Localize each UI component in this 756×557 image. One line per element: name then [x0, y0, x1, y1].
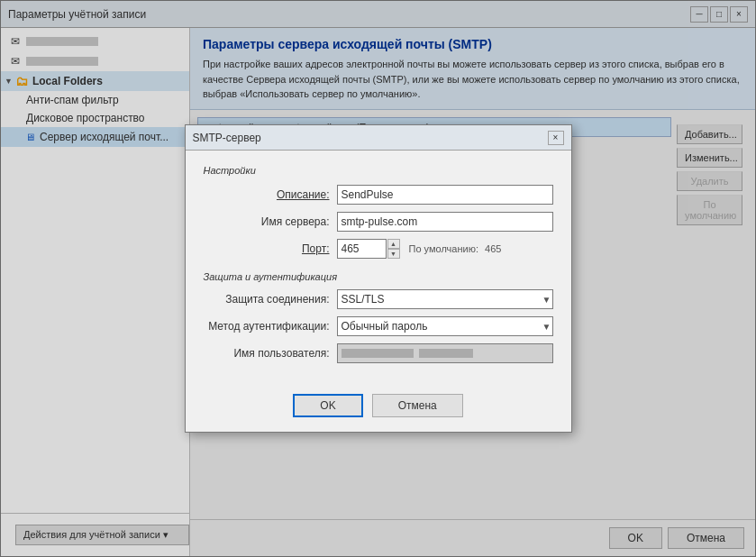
modal-overlay: SMTP-сервер × Настройки Описание: Имя се…	[0, 0, 756, 557]
server-name-input[interactable]	[337, 212, 553, 232]
default-port-value: 465	[485, 243, 501, 254]
port-input[interactable]	[337, 239, 387, 259]
settings-section-label: Настройки	[204, 165, 553, 176]
description-row: Описание:	[204, 185, 553, 205]
smtp-modal: SMTP-сервер × Настройки Описание: Имя се…	[185, 124, 572, 433]
security-section-label: Защита и аутентификация	[204, 271, 553, 282]
modal-username-label: Имя пользователя:	[204, 347, 330, 360]
username-row: Имя пользователя:	[204, 343, 553, 363]
connection-security-row: Защита соединения: SSL/TLS STARTTLS Нет …	[204, 289, 553, 309]
modal-footer: OK Отмена	[186, 385, 571, 432]
auth-method-select-wrapper: Обычный пароль OAuth2 Нет ▼	[337, 316, 553, 336]
username-input-area[interactable]	[337, 343, 553, 363]
connection-security-label: Защита соединения:	[204, 293, 330, 306]
connection-security-select-wrapper: SSL/TLS STARTTLS Нет ▼	[337, 289, 553, 309]
port-controls: ▲ ▼ По умолчанию: 465	[337, 239, 502, 259]
default-port-text: По умолчанию:	[409, 243, 478, 254]
description-input[interactable]	[337, 185, 553, 205]
port-row: Порт: ▲ ▼ По умолчанию: 465	[204, 239, 553, 259]
auth-method-row: Метод аутентификации: Обычный пароль OAu…	[204, 316, 553, 336]
auth-method-select[interactable]: Обычный пароль OAuth2 Нет	[337, 316, 553, 336]
description-label: Описание:	[204, 188, 330, 201]
modal-title-bar: SMTP-сервер ×	[186, 125, 571, 151]
server-name-label: Имя сервера:	[204, 215, 330, 228]
port-increment-button[interactable]: ▲	[387, 239, 400, 249]
modal-ok-button[interactable]: OK	[293, 394, 362, 417]
modal-body: Настройки Описание: Имя сервера: Порт: ▲…	[186, 151, 571, 385]
port-decrement-button[interactable]: ▼	[387, 249, 400, 259]
auth-method-label: Метод аутентификации:	[204, 320, 330, 333]
connection-security-select[interactable]: SSL/TLS STARTTLS Нет	[337, 289, 553, 309]
modal-title: SMTP-сервер	[193, 132, 261, 144]
port-spinner: ▲ ▼	[387, 239, 400, 259]
port-label: Порт:	[204, 242, 330, 255]
server-name-row: Имя сервера:	[204, 212, 553, 232]
modal-close-button[interactable]: ×	[548, 131, 564, 145]
default-port-label: По умолчанию: 465	[409, 243, 502, 254]
modal-cancel-button[interactable]: Отмена	[372, 394, 463, 417]
